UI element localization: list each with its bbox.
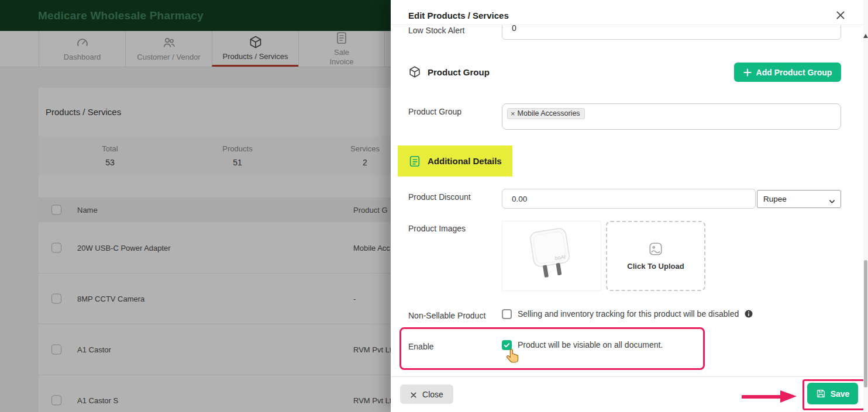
upload-label: Click To Upload (627, 262, 684, 271)
form-icon (408, 155, 421, 168)
save-button[interactable]: Save (807, 383, 858, 404)
non-sellable-description: Selling and inventory tracking for this … (518, 309, 739, 319)
image-icon (648, 241, 663, 257)
selected-tag: × Mobile Accessories (507, 108, 585, 119)
product-discount-input[interactable] (502, 189, 756, 209)
product-discount-label: Product Discount (408, 192, 471, 202)
enable-label: Enable (408, 342, 434, 351)
modal-header: Edit Products / Services (391, 0, 863, 25)
close-button-label: Close (422, 390, 443, 399)
product-images-label: Product Images (408, 224, 466, 233)
low-stock-alert-label: Low Stock Alert (408, 26, 465, 35)
non-sellable-checkbox[interactable] (502, 309, 512, 319)
section-title: Additional Details (428, 156, 502, 166)
non-sellable-label: Non-Sellable Product (408, 311, 485, 320)
modal-title: Edit Products / Services (408, 11, 509, 20)
currency-select[interactable]: Rupee (757, 190, 841, 208)
close-x-icon (410, 391, 417, 398)
scrollbar-thumb[interactable] (864, 260, 867, 387)
enable-row: Product will be visiable on all document… (502, 340, 663, 350)
remove-tag-icon[interactable]: × (511, 110, 515, 117)
product-photo: boAt (502, 221, 601, 291)
product-group-section-header: Product Group (408, 65, 490, 78)
tag-label: Mobile Accessories (518, 109, 580, 117)
info-icon[interactable] (745, 310, 753, 318)
currency-selected-value: Rupee (763, 195, 787, 203)
package-icon (408, 65, 421, 78)
additional-details-section-header: Additional Details (398, 146, 512, 176)
add-product-group-button[interactable]: Add Product Group (734, 63, 841, 82)
scrollbar[interactable] (863, 0, 868, 412)
add-product-group-label: Add Product Group (756, 68, 832, 77)
hand-cursor (505, 348, 521, 366)
screen: Medicare Wholesale Pharmacy Dashboard Cu… (0, 0, 868, 412)
plus-icon (743, 68, 752, 77)
close-button[interactable]: Close (400, 385, 453, 404)
scroll-up-arrow[interactable] (863, 34, 868, 38)
modal-footer: Close Save (391, 376, 863, 412)
save-button-label: Save (831, 389, 850, 399)
chevron-down-icon (829, 197, 835, 202)
product-group-label: Product Group (408, 107, 461, 116)
product-group-multiselect[interactable]: × Mobile Accessories (502, 103, 841, 130)
upload-dropzone[interactable]: Click To Upload (606, 221, 705, 291)
close-icon[interactable] (834, 9, 847, 22)
modal-content: Low Stock Alert Product Group Add Produc… (391, 0, 863, 412)
adapter-photo: boAt (502, 221, 601, 291)
save-icon (816, 389, 826, 399)
edit-products-modal: Low Stock Alert Product Group Add Produc… (391, 0, 863, 412)
non-sellable-row: Selling and inventory tracking for this … (502, 309, 753, 319)
section-title: Product Group (428, 67, 490, 77)
enable-description: Product will be visiable on all document… (518, 340, 663, 350)
